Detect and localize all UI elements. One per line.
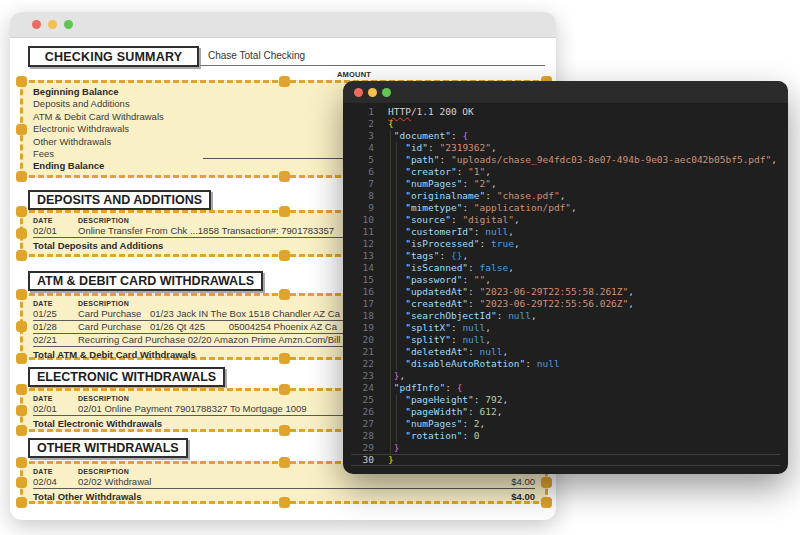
code-lines: 1HTTP/1.1 200 OK2{3 "document": {4 "id":… (351, 106, 780, 466)
total-amount: $4.00 (465, 491, 535, 503)
code-line-29: 29 } (351, 442, 780, 454)
maximize-button[interactable] (382, 88, 391, 97)
transaction-date: 02/04 (33, 476, 78, 487)
resize-handle-ml[interactable] (16, 405, 27, 416)
code-line-14: 14 "isScanned": false, (351, 262, 780, 274)
line-number: 16 (351, 286, 374, 298)
line-number: 27 (351, 418, 374, 430)
line-number: 7 (351, 178, 374, 190)
minimize-button[interactable] (368, 88, 377, 97)
indent-guide (396, 142, 397, 370)
resize-handle-tm[interactable] (279, 457, 290, 468)
resize-handle-bm[interactable] (279, 425, 290, 436)
resize-handle-br[interactable] (541, 497, 552, 508)
line-number: 19 (351, 322, 374, 334)
resize-handle-tl[interactable] (16, 384, 27, 395)
resize-handle-bl[interactable] (16, 497, 27, 508)
code-line-15: 15 "password": "", (351, 274, 780, 286)
resize-handle-tl[interactable] (16, 289, 27, 300)
code-line-4: 4 "id": "2319362", (351, 142, 780, 154)
resize-handle-tm[interactable] (279, 206, 290, 217)
resize-handle-bl[interactable] (16, 353, 27, 364)
line-number: 22 (351, 358, 374, 370)
code-line-28: 28 "rotation": 0 (351, 430, 780, 442)
resize-handle-ml[interactable] (16, 477, 27, 488)
section-heading-other: OTHER WITHDRAWALS (28, 438, 188, 458)
code-line-12: 12 "isProcessed": true, (351, 238, 780, 250)
json-response-editor[interactable]: 1HTTP/1.1 200 OK2{3 "document": {4 "id":… (343, 103, 788, 474)
line-number: 26 (351, 406, 374, 418)
account-underline (200, 65, 545, 66)
code-line-5: 5 "path": "uploads/chase_9e4fdc03-8e07-4… (351, 154, 780, 166)
maximize-button[interactable] (64, 20, 73, 29)
transaction-description: Card Purchase (78, 308, 150, 319)
section-heading-electronic: ELECTRONIC WITHDRAWALS (28, 367, 225, 387)
code-line-23: 23 }, (351, 370, 780, 382)
resize-handle-bl[interactable] (16, 425, 27, 436)
code-line-18: 18 "searchObjectId": null, (351, 310, 780, 322)
resize-handle-ml[interactable] (16, 124, 27, 135)
line-number: 29 (351, 442, 374, 454)
line-number: 30 (351, 455, 374, 465)
date-column-header: DATE (33, 217, 78, 224)
code-line-2: 2{ (351, 118, 780, 130)
resize-handle-bl[interactable] (16, 250, 27, 261)
description-column-header: DESCRIPTION (78, 300, 129, 307)
line-number: 15 (351, 274, 374, 286)
resize-handle-ml[interactable] (16, 228, 27, 239)
line-number: 21 (351, 346, 374, 358)
transaction-date: 02/01 (33, 225, 78, 236)
description-column-header: DESCRIPTION (78, 395, 129, 402)
resize-handle-bm[interactable] (279, 353, 290, 364)
transaction-amount: $4.00 (465, 476, 535, 487)
checking-summary-heading: CHECKING SUMMARY (28, 46, 199, 67)
resize-handle-bm[interactable] (279, 497, 290, 508)
account-name: Chase Total Checking (208, 50, 305, 61)
resize-handle-tm[interactable] (279, 384, 290, 395)
line-number: 25 (351, 394, 374, 406)
code-line-25: 25 "pageHeight": 792, (351, 394, 780, 406)
transaction-description: Card Purchase (78, 321, 150, 332)
resize-handle-ml[interactable] (16, 321, 27, 332)
code-line-1: 1HTTP/1.1 200 OK (351, 106, 780, 118)
page-background: CHECKING SUMMARY Chase Total Checking AM… (0, 0, 800, 535)
code-line-24: 24 "pdfInfo": { (351, 382, 780, 394)
resize-handle-bm[interactable] (279, 250, 290, 261)
resize-handle-bm[interactable] (279, 171, 290, 182)
minimize-button[interactable] (48, 20, 57, 29)
line-number: 4 (351, 142, 374, 154)
transaction-description: 02/02 Withdrawal (78, 476, 465, 487)
statement-titlebar (10, 12, 556, 38)
line-number: 18 (351, 310, 374, 322)
resize-handle-tl[interactable] (16, 76, 27, 87)
code-line-7: 7 "numPages": "2", (351, 178, 780, 190)
close-button[interactable] (32, 20, 41, 29)
code-line-9: 9 "mimetype": "application/pdf", (351, 202, 780, 214)
close-button[interactable] (354, 88, 363, 97)
transaction-date: 02/21 (33, 334, 78, 345)
resize-handle-tm[interactable] (279, 76, 290, 87)
code-line-20: 20 "splitY": null, (351, 334, 780, 346)
line-number: 13 (351, 250, 374, 262)
line-number: 11 (351, 226, 374, 238)
amount-column-header: AMOUNT (337, 70, 371, 79)
resize-handle-tl[interactable] (16, 206, 27, 217)
code-line-30: 30} (351, 454, 780, 466)
code-line-3: 3 "document": { (351, 130, 780, 142)
line-number: 3 (351, 130, 374, 142)
resize-handle-bl[interactable] (16, 171, 27, 182)
indent-guide (390, 130, 391, 454)
date-column-header: DATE (33, 300, 78, 307)
line-number: 28 (351, 430, 374, 442)
transaction-row: 02/0402/02 Withdrawal$4.00 (33, 476, 535, 489)
resize-handle-mr[interactable] (541, 477, 552, 488)
resize-handle-tm[interactable] (279, 289, 290, 300)
checking-summary-title: CHECKING SUMMARY (45, 50, 182, 64)
resize-handle-tl[interactable] (16, 457, 27, 468)
section-heading-deposits: DEPOSITS AND ADDITIONS (28, 190, 211, 210)
description-column-header: DESCRIPTION (78, 217, 129, 224)
code-line-6: 6 "creator": "1", (351, 166, 780, 178)
transaction-date: 01/28 (33, 321, 78, 332)
indent-guide (396, 394, 397, 442)
code-line-10: 10 "source": "digital", (351, 214, 780, 226)
